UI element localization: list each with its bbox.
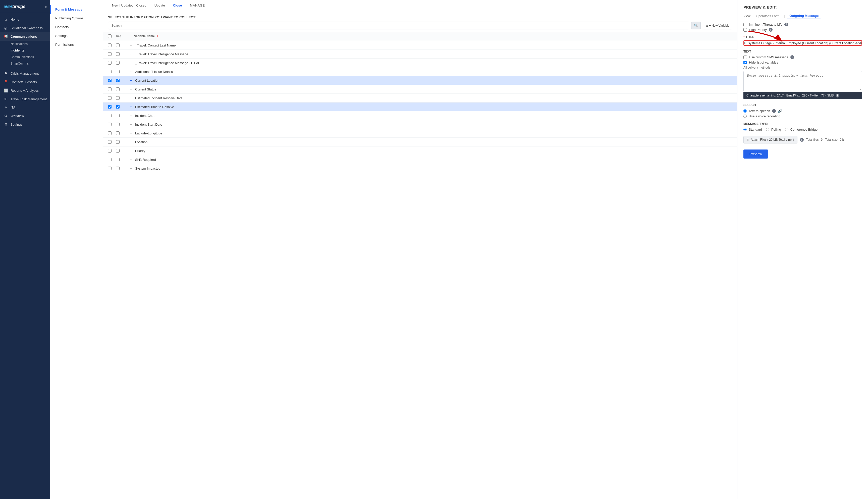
row-checkbox-outer-2[interactable]	[108, 52, 116, 56]
new-variable-button[interactable]: ⊞ + New Variable	[703, 22, 732, 29]
row-checkbox-2[interactable]	[108, 52, 112, 56]
row-checkbox-outer-9[interactable]	[108, 114, 116, 117]
view-operators-form[interactable]: Operator's Form	[754, 13, 782, 19]
row-req-checkbox-14[interactable]	[116, 158, 120, 161]
row-plus-14[interactable]: +	[128, 158, 134, 161]
row-req-9[interactable]	[116, 114, 122, 117]
row-req-6[interactable]	[116, 87, 122, 91]
row-req-2[interactable]	[116, 52, 122, 56]
row-checkbox-15[interactable]	[108, 167, 112, 170]
row-plus-5[interactable]: +	[128, 78, 134, 82]
use-custom-sms-checkbox[interactable]	[743, 56, 747, 59]
subnav-contacts[interactable]: Contacts	[50, 23, 103, 32]
polling-radio[interactable]	[766, 128, 769, 131]
row-checkbox-7[interactable]	[108, 96, 112, 100]
row-checkbox-outer-8[interactable]	[108, 105, 116, 109]
row-checkbox-outer-3[interactable]	[108, 61, 116, 64]
row-plus-12[interactable]: +	[128, 140, 134, 144]
header-select-all[interactable]	[108, 34, 116, 39]
row-req-15[interactable]	[116, 167, 122, 170]
row-plus-8[interactable]: +	[128, 105, 134, 109]
char-count-info-icon[interactable]: i	[835, 94, 839, 97]
row-checkbox-3[interactable]	[108, 61, 112, 64]
row-checkbox-8[interactable]	[108, 105, 112, 109]
sidebar-subitem-snapcomms[interactable]: SnapComms	[0, 60, 50, 67]
row-checkbox-1[interactable]	[108, 44, 112, 47]
row-req-checkbox-7[interactable]	[116, 96, 120, 100]
row-plus-10[interactable]: +	[128, 122, 134, 126]
row-plus-13[interactable]: +	[128, 149, 134, 153]
row-checkbox-14[interactable]	[108, 158, 112, 161]
tab-manage[interactable]: MANAGE	[186, 0, 209, 11]
row-checkbox-10[interactable]	[108, 123, 112, 126]
row-req-14[interactable]	[116, 158, 122, 161]
row-checkbox-4[interactable]	[108, 70, 112, 73]
row-req-checkbox-3[interactable]	[116, 61, 120, 64]
sidebar-item-crisis-management[interactable]: ⚑ Crisis Management	[0, 69, 50, 78]
row-req-checkbox-13[interactable]	[116, 149, 120, 153]
row-req-4[interactable]	[116, 70, 122, 73]
row-plus-7[interactable]: +	[128, 96, 134, 100]
subnav-publishing-options[interactable]: Publishing Options	[50, 14, 103, 23]
row-checkbox-outer-4[interactable]	[108, 70, 116, 73]
standard-radio[interactable]	[743, 128, 747, 131]
row-checkbox-outer-14[interactable]	[108, 158, 116, 161]
row-req-checkbox-11[interactable]	[116, 131, 120, 135]
attach-files-button[interactable]: ⬆ Attach Files ( 20 MB Total Limit )	[743, 136, 797, 144]
subnav-settings[interactable]: Settings	[50, 32, 103, 40]
row-plus-3[interactable]: +	[128, 61, 134, 65]
subnav-permissions[interactable]: Permissions	[50, 40, 103, 49]
row-checkbox-13[interactable]	[108, 149, 112, 153]
voice-recording-radio[interactable]	[743, 114, 747, 118]
sidebar-item-settings[interactable]: ⚙ Settings	[0, 120, 50, 129]
row-req-checkbox-15[interactable]	[116, 167, 120, 170]
sidebar-item-situational-awareness[interactable]: ◎ Situational Awareness	[0, 24, 50, 32]
search-input[interactable]	[108, 22, 689, 29]
row-req-3[interactable]	[116, 61, 122, 64]
row-checkbox-9[interactable]	[108, 114, 112, 117]
row-plus-2[interactable]: +	[128, 52, 134, 56]
row-req-checkbox-4[interactable]	[116, 70, 120, 73]
preview-button[interactable]: Preview	[743, 149, 768, 159]
subnav-form-message[interactable]: Form & Message	[50, 5, 103, 14]
row-checkbox-outer-5[interactable]	[108, 78, 116, 82]
row-req-7[interactable]	[116, 96, 122, 100]
sidebar-item-home[interactable]: ⌂ Home	[0, 15, 50, 24]
row-req-checkbox-12[interactable]	[116, 140, 120, 144]
row-req-10[interactable]	[116, 123, 122, 126]
row-req-5[interactable]	[116, 78, 122, 82]
row-checkbox-outer-12[interactable]	[108, 140, 116, 144]
high-priority-checkbox[interactable]	[743, 28, 747, 32]
sidebar-item-workflow[interactable]: ⚙ Workflow	[0, 112, 50, 120]
row-plus-11[interactable]: +	[128, 131, 134, 135]
row-req-checkbox-9[interactable]	[116, 114, 120, 117]
row-plus-15[interactable]: +	[128, 166, 134, 170]
row-checkbox-12[interactable]	[108, 140, 112, 144]
collapse-sidebar-button[interactable]: «	[45, 5, 47, 9]
tts-info-icon[interactable]: i	[772, 109, 776, 113]
message-textarea[interactable]	[743, 71, 862, 91]
row-req-checkbox-1[interactable]	[116, 44, 120, 47]
row-req-11[interactable]	[116, 131, 122, 135]
high-priority-info-icon[interactable]: i	[769, 28, 772, 32]
tab-new-updated-closed[interactable]: New | Updated | Closed	[108, 0, 150, 11]
imminent-threat-checkbox[interactable]	[743, 23, 747, 26]
row-req-checkbox-2[interactable]	[116, 52, 120, 56]
sidebar-item-contacts-assets[interactable]: 📍 Contacts + Assets	[0, 78, 50, 86]
sidebar-subitem-comms[interactable]: Communications	[0, 54, 50, 60]
row-req-checkbox-6[interactable]	[116, 87, 120, 91]
row-checkbox-outer-6[interactable]	[108, 87, 116, 91]
row-req-13[interactable]	[116, 149, 122, 153]
tab-close[interactable]: Close	[169, 0, 186, 11]
row-checkbox-5[interactable]	[108, 78, 112, 82]
row-req-1[interactable]	[116, 44, 122, 47]
row-req-checkbox-8[interactable]	[116, 105, 120, 109]
sidebar-item-communications[interactable]: 📢 Communications	[0, 32, 50, 41]
sidebar-subitem-notifications[interactable]: Notifications	[0, 41, 50, 47]
row-req-checkbox-5[interactable]	[116, 78, 120, 82]
sidebar-subitem-incidents[interactable]: Incidents	[0, 47, 50, 54]
row-plus-1[interactable]: +	[128, 43, 134, 47]
imminent-threat-info-icon[interactable]: i	[784, 23, 788, 26]
conference-bridge-radio[interactable]	[785, 128, 789, 131]
sidebar-item-ita[interactable]: ≋ ITA	[0, 103, 50, 112]
